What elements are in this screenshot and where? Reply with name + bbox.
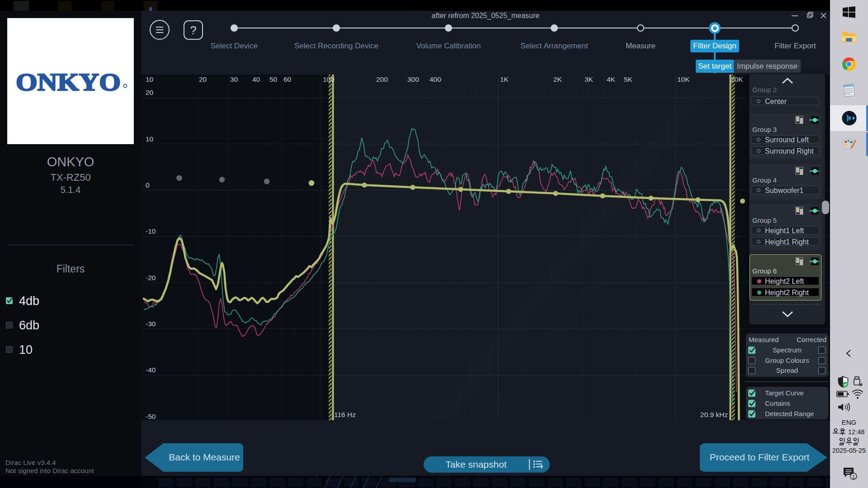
svg-text:20: 20 — [146, 89, 154, 96]
svg-text:3K: 3K — [585, 75, 594, 83]
svg-text:4K: 4K — [607, 75, 616, 83]
svg-text:20.9 kHz: 20.9 kHz — [700, 411, 728, 418]
svg-text:200: 200 — [376, 75, 388, 83]
svg-text:50: 50 — [269, 75, 278, 83]
svg-text:12:48: 12:48 — [848, 428, 864, 436]
svg-text:60: 60 — [283, 75, 292, 83]
svg-text:0: 0 — [146, 181, 150, 189]
svg-text:ONKYO: ONKYO — [16, 69, 121, 96]
svg-text:40: 40 — [252, 75, 260, 83]
svg-text:100: 100 — [323, 75, 335, 83]
svg-text:30: 30 — [230, 75, 238, 83]
svg-text:2K: 2K — [553, 75, 562, 83]
svg-text:-50: -50 — [146, 413, 156, 420]
svg-text:1K: 1K — [500, 75, 509, 83]
svg-text:1: 1 — [852, 474, 855, 479]
svg-text:400: 400 — [429, 75, 441, 83]
svg-text:-40: -40 — [146, 366, 156, 374]
svg-text:20K: 20K — [731, 75, 743, 83]
svg-text:300: 300 — [407, 75, 419, 83]
svg-text:10: 10 — [146, 135, 154, 143]
svg-text:-10: -10 — [146, 227, 156, 235]
svg-text:10K: 10K — [677, 75, 690, 83]
svg-text:-30: -30 — [146, 320, 156, 328]
svg-text:-20: -20 — [146, 274, 156, 282]
svg-text:116 Hz: 116 Hz — [334, 411, 356, 418]
svg-text:5K: 5K — [624, 75, 633, 83]
svg-text:20: 20 — [199, 75, 207, 83]
svg-text:10: 10 — [146, 75, 154, 83]
